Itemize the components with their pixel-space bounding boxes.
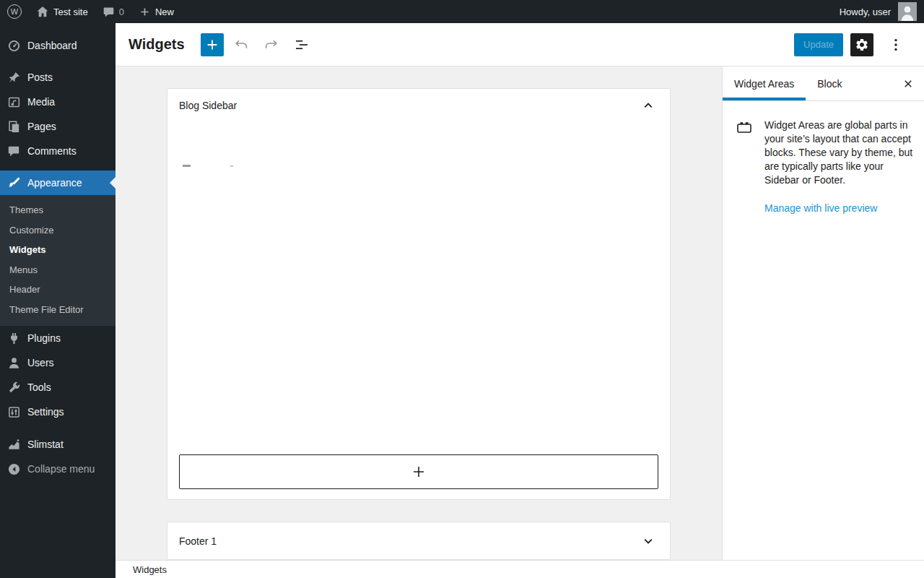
submenu-label: Header (9, 284, 40, 295)
close-settings-button[interactable] (892, 66, 924, 100)
settings-sliders-icon (6, 405, 21, 419)
widget-areas-description: Widget Areas are global parts in your si… (764, 118, 915, 187)
widgets-editor: Widgets (116, 23, 924, 578)
avatar (898, 2, 917, 21)
sidebar-item-label: Pages (27, 121, 56, 132)
submenu-label: Menus (9, 264, 38, 275)
more-options-button[interactable] (886, 33, 905, 56)
block-inserter-button[interactable] (201, 33, 224, 56)
appearance-submenu: Themes Customize Widgets Menus Header Th… (0, 195, 116, 326)
comments-admin-bar-menu[interactable]: 0 (95, 0, 131, 23)
new-content-menu[interactable]: New (131, 0, 181, 23)
editor-header: Widgets (116, 23, 924, 66)
submenu-item-theme-file-editor[interactable]: Theme File Editor (0, 300, 116, 320)
chevron-up-icon (641, 98, 655, 113)
page-title: Widgets (128, 36, 185, 53)
wordpress-admin-screen: W Test site 0 New (0, 0, 924, 578)
new-label: New (155, 7, 174, 17)
admin-sidebar: Dashboard Posts Media Pages Comments (0, 23, 116, 578)
settings-sidebar: Widget Areas Block (722, 66, 924, 560)
sidebar-item-label: Users (27, 357, 54, 368)
update-button[interactable]: Update (794, 33, 843, 56)
list-view-button[interactable] (290, 33, 313, 56)
widget-area-title: Blog Sidebar (179, 100, 237, 111)
tab-label: Block (817, 78, 842, 90)
submenu-label: Widgets (9, 244, 45, 255)
admin-bar-left: W Test site 0 New (0, 0, 181, 23)
submenu-item-header[interactable]: Header (0, 280, 116, 300)
list-view-icon (293, 36, 310, 53)
howdy-text: Howdy, user (840, 7, 891, 17)
wrench-icon (6, 380, 21, 394)
comments-icon (6, 144, 21, 158)
admin-bar: W Test site 0 New (0, 0, 924, 23)
kebab-icon (887, 36, 905, 53)
tab-label: Widget Areas (734, 78, 794, 90)
wordpress-logo-menu[interactable]: W (0, 0, 29, 23)
sidebar-item-label: Posts (27, 72, 53, 83)
tab-widget-areas[interactable]: Widget Areas (723, 66, 806, 100)
sidebar-item-comments[interactable]: Comments (0, 139, 116, 163)
manage-live-preview-link[interactable]: Manage with live preview (764, 202, 877, 214)
editor-body: Blog Sidebar (116, 66, 924, 560)
user-icon (6, 355, 21, 370)
admin-bar-right: Howdy, user (832, 0, 924, 23)
sidebar-item-tools[interactable]: Tools (0, 375, 116, 400)
sidebar-item-appearance[interactable]: Appearance (0, 171, 116, 195)
widget-area-header-blog-sidebar[interactable]: Blog Sidebar (167, 89, 670, 122)
widget-area-icon (736, 118, 753, 136)
gear-icon (855, 38, 869, 52)
close-icon (902, 77, 915, 90)
sidebar-item-settings[interactable]: Settings (0, 400, 116, 424)
widget-area-header-footer-1[interactable]: Footer 1 (167, 522, 670, 560)
widget-preview-artifact (183, 165, 191, 167)
sidebar-item-slimstat[interactable]: Slimstat (0, 432, 116, 457)
editor-canvas: Blog Sidebar (116, 66, 722, 560)
submenu-item-customize[interactable]: Customize (0, 220, 116, 241)
collapse-menu-button[interactable]: Collapse menu (0, 457, 116, 481)
sidebar-item-label: Appearance (27, 177, 82, 189)
sidebar-item-label: Media (27, 96, 55, 108)
submenu-item-menus[interactable]: Menus (0, 260, 116, 280)
widget-preview-artifact (230, 165, 233, 167)
settings-tabs: Widget Areas Block (723, 66, 924, 101)
chevron-down-icon (641, 534, 655, 548)
widget-area-panel-blog-sidebar: Blog Sidebar (167, 88, 671, 500)
pages-icon (6, 119, 21, 134)
plus-icon (410, 463, 427, 480)
site-name-menu[interactable]: Test site (29, 0, 95, 23)
add-block-appender[interactable] (179, 454, 658, 489)
submenu-item-themes[interactable]: Themes (0, 200, 116, 220)
widget-area-panel-footer-1: Footer 1 (167, 522, 671, 560)
sidebar-item-users[interactable]: Users (0, 350, 116, 375)
sidebar-item-dashboard[interactable]: Dashboard (0, 33, 116, 58)
sidebar-item-posts[interactable]: Posts (0, 65, 116, 90)
submenu-item-widgets[interactable]: Widgets (0, 240, 116, 260)
redo-button[interactable] (260, 33, 283, 56)
undo-icon (232, 36, 250, 53)
sidebar-item-plugins[interactable]: Plugins (0, 326, 116, 350)
dashboard-icon (6, 38, 21, 53)
plus-icon (139, 6, 151, 18)
sidebar-item-media[interactable]: Media (0, 90, 116, 114)
home-icon (36, 5, 49, 18)
tab-block[interactable]: Block (806, 66, 853, 100)
comment-count: 0 (119, 7, 124, 17)
comment-bubble-icon (103, 6, 115, 18)
paintbrush-icon (6, 176, 21, 190)
pin-icon (6, 70, 21, 85)
breadcrumb-bar: Widgets (116, 560, 924, 578)
sidebar-item-label: Plugins (27, 332, 61, 344)
undo-button[interactable] (230, 33, 253, 56)
site-name-label: Test site (53, 7, 88, 17)
submenu-label: Theme File Editor (9, 304, 84, 315)
current-menu-arrow (110, 177, 116, 189)
wordpress-logo-icon: W (7, 4, 22, 19)
sidebar-item-pages[interactable]: Pages (0, 114, 116, 139)
account-menu[interactable]: Howdy, user (832, 0, 924, 23)
breadcrumb[interactable]: Widgets (133, 564, 167, 575)
plug-icon (6, 331, 21, 345)
widget-area-title: Footer 1 (179, 535, 217, 547)
chart-icon (6, 437, 21, 452)
settings-button[interactable] (850, 33, 873, 56)
